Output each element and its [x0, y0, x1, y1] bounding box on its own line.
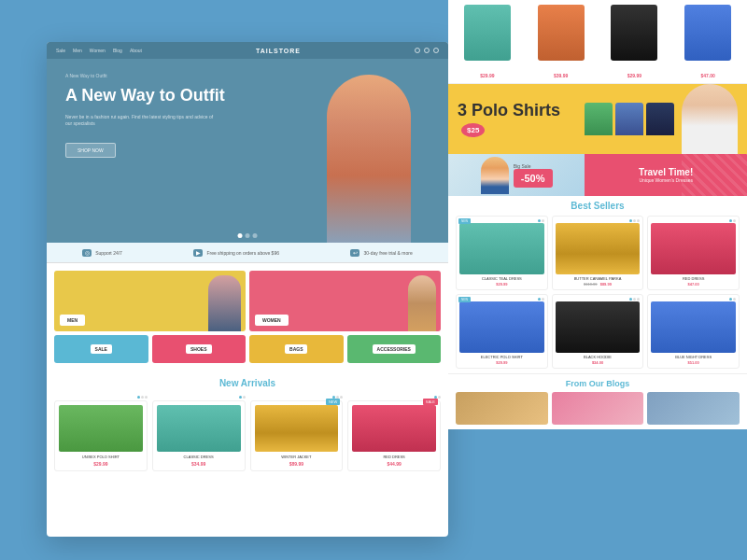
bs-4-tag: NEW [458, 297, 471, 302]
bs-6-name: BLUE NIGHT DRESS [651, 355, 736, 359]
hero-section: Sale Men Women Blog About TAILSTORE A Ne… [47, 42, 448, 243]
phone-icon [415, 48, 420, 53]
right-panel: $29.99 $39.99 $29.99 $47.00 3 Polo Shirt… [448, 0, 747, 560]
hero-content: A New Way to Outfit A New Way to Outfit … [47, 59, 448, 172]
sub-categories: SALE SHOES BAGS ACCESSORIES [54, 335, 441, 363]
nav-item-about[interactable]: About [130, 48, 142, 53]
nav-item-women[interactable]: Women [90, 48, 106, 53]
bs-1-tag: NEW [458, 218, 471, 224]
product-2-nav [152, 396, 246, 399]
header-icons [415, 48, 439, 53]
nav-item-men[interactable]: Men [73, 48, 82, 53]
hero-dot-2[interactable] [246, 233, 250, 238]
bs-product-1[interactable]: NEW CLASSIC TEAL DRESS $29.99 [456, 216, 548, 290]
sale-model-figure [481, 157, 509, 194]
cart-icon[interactable] [433, 48, 439, 53]
subcategory-bags[interactable]: BAGS [249, 335, 344, 363]
bs-4-name: ELECTRIC POLO SHIRT [459, 355, 544, 359]
product-1-price: $29.99 [59, 461, 143, 467]
bs-product-2[interactable]: BUTTER CARAMEL PARKA $119.99 $89.99 [552, 216, 644, 290]
top-product-orange-img [538, 5, 585, 61]
bs-product-3[interactable]: RED DRESS $47.00 [647, 216, 740, 290]
new-arrivals-section: New Arrivals UNISEX POLO SHIRT $29.99 [47, 371, 448, 479]
dot-1[interactable] [239, 396, 242, 399]
left-website-mockup: Sale Men Women Blog About TAILSTORE A Ne… [47, 42, 448, 537]
blog-item-pink[interactable] [552, 392, 644, 425]
polo-shirt-blue [615, 103, 643, 135]
subcategory-shoes[interactable]: SHOES [152, 335, 247, 363]
bs-product-4[interactable]: NEW ELECTRIC POLO SHIRT $29.99 [456, 294, 548, 369]
dot-1[interactable] [137, 396, 140, 399]
bs-3-name: RED DRESS [651, 276, 736, 281]
polo-shirts-banner[interactable]: 3 Polo Shirts $25 [448, 84, 747, 154]
women-button[interactable]: WOMEN [255, 315, 289, 326]
accessories-label: ACCESSORIES [373, 344, 416, 354]
category-women[interactable]: WOMEN [249, 271, 441, 331]
product-1-nav [54, 396, 148, 399]
polo-green-image [59, 405, 143, 452]
product-1-name: UNISEX POLO SHIRT [59, 455, 143, 459]
subcategory-sale[interactable]: SALE [54, 335, 148, 363]
hero-dot-1[interactable] [238, 233, 243, 238]
bs-6-image [651, 301, 736, 353]
bs-product-5[interactable]: BLACK HOODIE $34.00 [552, 294, 644, 369]
nav-item-sale[interactable]: Sale [56, 48, 65, 53]
nav-items: Sale Men Women Blog About [56, 48, 142, 53]
categories-section: MEN WOMEN SALE SHOES BAGS ACCESSORIES [47, 263, 448, 371]
feature-returns: ↩ 30-day free trial & more [350, 249, 412, 257]
product-polo-green[interactable]: UNISEX POLO SHIRT $29.99 [54, 400, 148, 471]
sale-discount-badge: -50% [514, 169, 553, 188]
shop-now-button[interactable]: SHOP NOW [65, 143, 116, 158]
feature-shipping-text: Free shipping on orders above $96 [206, 250, 279, 256]
blog-item-friends[interactable] [647, 392, 740, 425]
dot-2[interactable] [438, 396, 441, 399]
blogs-section: From Our Blogs [448, 373, 747, 429]
new-tag-3: NEW [326, 399, 340, 405]
bs-2-price: $119.99 $89.99 [556, 282, 641, 287]
nav-item-blog[interactable]: Blog [113, 48, 122, 53]
bs-6-nav [651, 298, 736, 301]
polo-banner-model [682, 84, 738, 154]
headset-icon: ◎ [82, 249, 92, 257]
blog-item-bags[interactable] [456, 392, 548, 425]
dress-red-image [352, 405, 436, 452]
men-button[interactable]: MEN [60, 315, 85, 326]
top-product-blue[interactable]: $47.00 [673, 5, 742, 78]
top-product-orange[interactable]: $39.99 [527, 5, 596, 78]
hero-carousel-dots [238, 233, 258, 238]
bs-4-price: $29.99 [459, 360, 544, 365]
product-dress-red[interactable]: SALE RED DRESS $44.99 [347, 400, 441, 471]
product-4-price: $44.99 [352, 461, 436, 467]
promo-sale-banner[interactable]: Big Sale -50% [448, 154, 585, 196]
bs-5-nav [556, 298, 641, 301]
blogs-title: From Our Blogs [456, 379, 740, 388]
top-product-blue-img [684, 5, 731, 61]
category-men[interactable]: MEN [54, 271, 246, 331]
hero-dot-3[interactable] [253, 233, 258, 238]
feature-shipping: ▶ Free shipping on orders above $96 [193, 249, 279, 257]
promo-travel-banner[interactable]: Travel Time! Unique Women's Dresses [585, 154, 747, 196]
feature-support-text: Support 24/7 [95, 250, 122, 256]
product-dress-teal[interactable]: CLASSIC DRESS $34.99 [152, 400, 246, 471]
dot-3[interactable] [145, 396, 148, 399]
top-product-orange-price: $39.99 [554, 73, 568, 78]
top-product-teal-img [464, 5, 511, 61]
big-sale-label: Big Sale [514, 163, 553, 169]
product-jacket-yellow[interactable]: NEW WINTER JACKET $89.99 [250, 400, 344, 471]
dot-3[interactable] [340, 396, 343, 399]
bags-label: BAGS [285, 344, 307, 354]
subcategory-accessories[interactable]: ACCESSORIES [347, 335, 442, 363]
product-2-price: $34.99 [157, 461, 241, 467]
bs-5-name: BLACK HOODIE [556, 355, 641, 359]
top-product-teal[interactable]: $29.99 [453, 5, 522, 78]
bs-product-6[interactable]: BLUE NIGHT DRESS $51.00 [647, 294, 740, 369]
dot-2[interactable] [243, 396, 246, 399]
dot-2[interactable] [141, 396, 144, 399]
top-product-black[interactable]: $29.99 [600, 5, 669, 78]
polo-shirt-images [585, 103, 674, 135]
polo-price-badge: $25 [461, 123, 485, 137]
travel-pattern [682, 154, 747, 196]
feature-returns-text: 30-day free trial & more [363, 250, 412, 256]
search-icon[interactable] [424, 48, 430, 53]
product-3-price: $89.99 [255, 461, 339, 467]
